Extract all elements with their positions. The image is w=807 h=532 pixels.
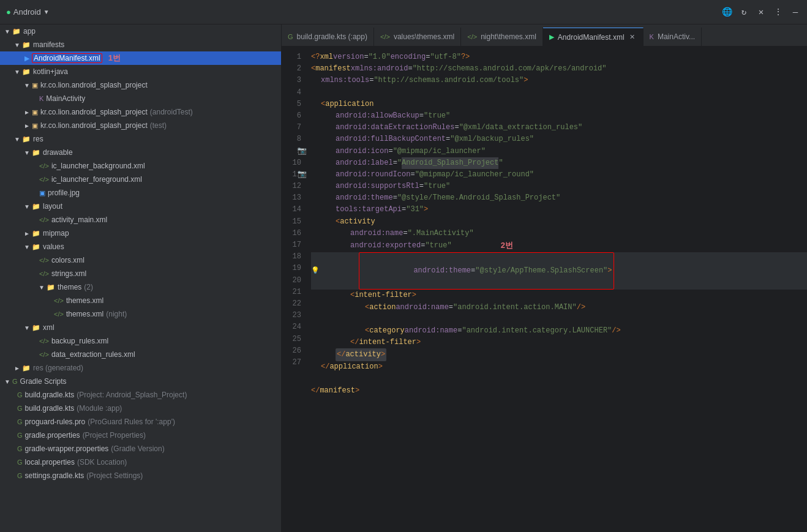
sidebar-item-main-package[interactable]: ▼ ▣ kr.co.lion.android_splash_project xyxy=(0,78,281,92)
sidebar-item-label: proguard-rules.pro xyxy=(25,418,86,426)
sidebar-item-strings-xml[interactable]: </> strings.xml xyxy=(0,267,281,280)
tab-values-themes[interactable]: </> values\themes.xml xyxy=(374,28,461,46)
package-icon: ▣ xyxy=(32,122,38,130)
gradle-icon: G xyxy=(17,445,23,452)
minimize-icon[interactable]: ― xyxy=(790,7,801,18)
sidebar-item-label: res xyxy=(33,135,43,143)
sidebar-item-ic-launcher-fg[interactable]: </> ic_launcher_foreground.xml xyxy=(0,173,281,186)
code-line-12: android:supportsRtl="true" xyxy=(311,181,807,192)
line-numbers: 12345 678910 1112131415 1617181920 21222… xyxy=(282,47,306,532)
sidebar-item-res-generated[interactable]: ► 📁 res (generated) xyxy=(0,361,281,375)
sidebar-item-label: activity_main.xml xyxy=(51,215,107,224)
xml-tab-icon: </> xyxy=(380,33,390,40)
sidebar-item-xml-folder[interactable]: ▼ 📁 xml xyxy=(0,321,281,334)
globe-icon[interactable]: 🌐 xyxy=(721,7,732,18)
sidebar-item-res[interactable]: ▼ 📁 res xyxy=(0,132,281,146)
tab-build-gradle[interactable]: G build.gradle.kts (:app) xyxy=(282,28,374,46)
tab-close-button[interactable]: ✕ xyxy=(628,33,637,42)
sidebar-item-gradle-wrapper[interactable]: G gradle-wrapper.properties (Gradle Vers… xyxy=(0,442,281,455)
sidebar-item-colors-xml[interactable]: </> colors.xml xyxy=(0,253,281,267)
sidebar-item-local-properties[interactable]: G local.properties (SDK Location) xyxy=(0,455,281,469)
package-icon: ▣ xyxy=(32,108,38,116)
code-line-16: android:name=".MainActivity" xyxy=(311,228,807,239)
xml-icon: </> xyxy=(39,176,49,183)
sidebar-item-label: mipmap xyxy=(43,229,69,238)
editor-content[interactable]: 12345 678910 1112131415 1617181920 21222… xyxy=(282,47,807,532)
sidebar-item-androidmanifest[interactable]: ▶ AndroidManifest.xml 1번 xyxy=(0,51,281,65)
sidebar-item-label: manifests xyxy=(33,40,64,49)
sidebar-item-mipmap[interactable]: ► 📁 mipmap xyxy=(0,227,281,240)
sidebar-item-build-gradle-module[interactable]: G build.gradle.kts (Module :app) xyxy=(0,402,281,415)
sidebar-item-activity-main[interactable]: </> activity_main.xml xyxy=(0,213,281,227)
sidebar-item-label: Gradle Scripts xyxy=(20,377,67,386)
sidebar-item-ic-launcher-bg[interactable]: </> ic_launcher_background.xml xyxy=(0,159,281,173)
sidebar-item-backup-rules[interactable]: </> backup_rules.xml xyxy=(0,334,281,348)
sidebar-item-label: themes xyxy=(58,283,81,291)
sidebar-item-androidtest[interactable]: ► ▣ kr.co.lion.android_splash_project (a… xyxy=(0,105,281,119)
folder-icon: 📁 xyxy=(47,283,55,291)
sidebar-item-gradle-properties[interactable]: G gradle.properties (Project Properties) xyxy=(0,429,281,442)
tabs-bar: G build.gradle.kts (:app) </> values\the… xyxy=(282,24,807,47)
sidebar-item-profile-jpg[interactable]: ▣ profile.jpg xyxy=(0,186,281,200)
android-dropdown[interactable]: ● Android ▼ xyxy=(6,7,50,17)
sidebar-item-drawable[interactable]: ▼ 📁 drawable xyxy=(0,146,281,159)
expand-arrow-icon: ▼ xyxy=(12,42,22,48)
editor-area: G build.gradle.kts (:app) </> values\the… xyxy=(282,24,807,532)
sidebar-item-label: themes.xml xyxy=(66,296,103,305)
sidebar-item-kotlin-java[interactable]: ▼ 📁 kotlin+java xyxy=(0,65,281,78)
sidebar-item-layout[interactable]: ▼ 📁 layout xyxy=(0,200,281,213)
tab-manifest[interactable]: ▶ AndroidManifest.xml ✕ xyxy=(543,28,644,46)
expand-arrow-icon: ▼ xyxy=(12,136,22,143)
expand-arrow-icon: ► xyxy=(22,122,32,129)
xml-icon: </> xyxy=(39,351,49,358)
code-line-10: android:label="Android_Splash_Project" xyxy=(311,157,807,169)
sidebar-item-data-extraction[interactable]: </> data_extraction_rules.xml xyxy=(0,348,281,361)
gradle-icon: G xyxy=(12,378,18,385)
refresh-icon[interactable]: ↻ xyxy=(738,7,749,18)
expand-arrow-icon: ▼ xyxy=(37,284,47,291)
sidebar-item-gradle-scripts[interactable]: ▼ G Gradle Scripts xyxy=(0,375,281,388)
code-line-24: </activity> xyxy=(311,348,807,361)
folder-icon: 📁 xyxy=(22,68,31,76)
menu-icon[interactable]: ⋮ xyxy=(773,7,784,18)
xml-icon: </> xyxy=(39,270,49,277)
code-line-6: android:allowBackup="true" xyxy=(311,110,807,122)
expand-arrow-icon: ▼ xyxy=(2,28,12,35)
code-line-13: android:theme="@style/Theme.Android_Spla… xyxy=(311,192,807,204)
xml-icon: </> xyxy=(39,257,49,264)
manifest-icon: ▶ xyxy=(24,54,29,62)
sidebar-item-label: backup_rules.xml xyxy=(51,337,108,345)
android-icon: ● xyxy=(6,7,11,17)
sidebar-item-themes-xml[interactable]: </> themes.xml xyxy=(0,294,281,307)
tab-mainactivity[interactable]: K MainActiv... xyxy=(644,28,702,46)
code-line-23: </intent-filter> xyxy=(311,337,807,348)
sidebar-secondary-text: (night) xyxy=(106,310,127,318)
sidebar-item-mainactivity[interactable]: K MainActivity xyxy=(0,92,281,105)
sidebar-item-values[interactable]: ▼ 📁 values xyxy=(0,240,281,253)
expand-arrow-icon: ► xyxy=(22,230,32,237)
sidebar-item-app[interactable]: ▼ 📁 app xyxy=(0,24,281,38)
sidebar-item-themes-xml-night[interactable]: </> themes.xml (night) xyxy=(0,307,281,321)
code-line-25: </application> xyxy=(311,361,807,373)
sidebar-item-manifests[interactable]: ▼ 📁 manifests xyxy=(0,38,281,51)
folder-icon: 📁 xyxy=(32,149,40,157)
sidebar-secondary-text: (test) xyxy=(150,121,167,130)
manifest-tab-icon: ▶ xyxy=(549,33,554,41)
sidebar-item-proguard[interactable]: G proguard-rules.pro (ProGuard Rules for… xyxy=(0,415,281,429)
code-line-27: </manifest> xyxy=(311,385,807,397)
close-icon[interactable]: ✕ xyxy=(756,7,767,18)
code-line-7: android:dataExtractionRules="@xml/data_e… xyxy=(311,122,807,133)
sidebar-item-build-gradle-project[interactable]: G build.gradle.kts (Project: Android_Spl… xyxy=(0,388,281,402)
expand-arrow-icon: ► xyxy=(12,365,22,372)
sidebar-item-label: values xyxy=(43,242,64,251)
expand-arrow-icon: ▼ xyxy=(2,378,12,385)
sidebar-secondary-text: (Gradle Version) xyxy=(111,444,164,453)
sidebar-item-test[interactable]: ► ▣ kr.co.lion.android_splash_project (t… xyxy=(0,119,281,132)
sidebar-item-themes-folder[interactable]: ▼ 📁 themes (2) xyxy=(0,280,281,294)
code-content: <?xml version="1.0" encoding="utf-8"?> <… xyxy=(306,47,807,532)
sidebar-item-settings-gradle[interactable]: G settings.gradle.kts (Project Settings) xyxy=(0,469,281,482)
sidebar-item-label: ic_launcher_background.xml xyxy=(51,162,145,170)
tab-night-themes[interactable]: </> night\themes.xml xyxy=(461,28,543,46)
sidebar-item-label: AndroidManifest.xml xyxy=(32,53,102,63)
folder-icon: 📁 xyxy=(22,135,31,143)
